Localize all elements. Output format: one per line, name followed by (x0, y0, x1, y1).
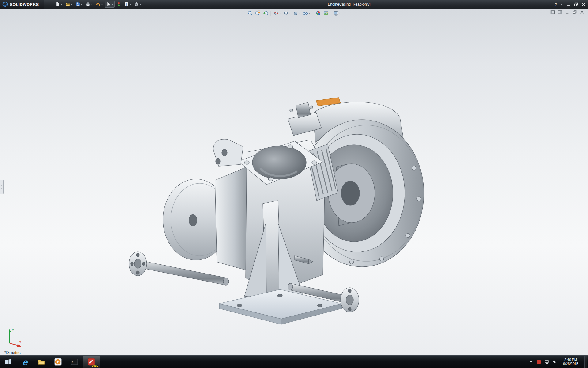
undo-button[interactable] (95, 1, 104, 7)
tray-expand-button[interactable] (529, 359, 533, 364)
print-icon (85, 2, 90, 7)
taskbar-item-internet-explorer[interactable]: e (17, 356, 33, 368)
help-button[interactable]: ? (555, 2, 557, 7)
save-button[interactable] (74, 1, 84, 7)
graphics-area[interactable]: Y X *Dimetric (0, 9, 588, 356)
clock-time: 2:40 PM (563, 358, 578, 362)
tray-icon-display[interactable] (544, 359, 549, 364)
titlebar: SOLIDWORKS (0, 0, 588, 9)
print-button[interactable] (85, 1, 94, 7)
solidworks-version-badge: 2015 (92, 364, 98, 367)
command-prompt-icon: >_ (70, 358, 79, 366)
dropdown-arrow[interactable] (130, 4, 131, 5)
system-tray: 2:40 PM 6/26/2015 (529, 356, 588, 368)
window-controls: ? (555, 0, 586, 9)
tray-icon-volume[interactable] (552, 359, 557, 364)
windows-taskbar: e >_ 2015 (0, 355, 588, 368)
select-button[interactable] (105, 1, 115, 8)
triad-y-label: Y (12, 329, 14, 332)
new-document-button[interactable] (54, 1, 63, 7)
help-dropdown-arrow[interactable] (561, 4, 563, 5)
3ds-logo-icon (2, 2, 8, 7)
maximize-button[interactable] (574, 2, 578, 6)
select-cursor-icon (106, 2, 111, 7)
orientation-triad: Y X (6, 328, 23, 348)
internet-explorer-icon: e (22, 358, 27, 366)
model-engine-casing[interactable] (0, 9, 588, 356)
dropdown-arrow[interactable] (91, 4, 93, 5)
solidworks-brand: SOLIDWORKS (0, 0, 44, 9)
save-floppy-icon (75, 2, 80, 7)
folder-icon (37, 358, 46, 366)
taskbar-clock[interactable]: 2:40 PM 6/26/2015 (560, 358, 581, 366)
taskbar-item-command-prompt[interactable]: >_ (66, 356, 83, 368)
document-title: EngineCasing [Read-only] (328, 2, 370, 6)
view-orientation-label: *Dimetric (4, 350, 21, 355)
file-properties-icon (124, 2, 129, 7)
open-button[interactable] (64, 1, 74, 7)
triad-x-label: X (19, 341, 21, 344)
new-document-icon (55, 2, 60, 7)
brand-name: SOLIDWORKS (10, 2, 39, 7)
taskbar-item-file-explorer[interactable] (33, 356, 50, 368)
taskbar-items: e >_ 2015 (0, 356, 100, 368)
taskbar-item-solidworks[interactable]: 2015 (83, 356, 100, 368)
start-button[interactable] (0, 356, 17, 368)
windows-logo-icon (4, 358, 12, 366)
close-button[interactable] (582, 2, 586, 6)
show-desktop-button[interactable] (584, 356, 587, 368)
dropdown-arrow[interactable] (81, 4, 83, 5)
taskbar-item-media-player[interactable] (50, 356, 66, 368)
file-properties-button[interactable] (123, 1, 132, 7)
task-pane-collapsed-tab[interactable] (0, 180, 4, 194)
menu-toolbar (54, 1, 142, 8)
dropdown-arrow[interactable] (61, 4, 62, 5)
clock-date: 6/26/2015 (563, 362, 578, 366)
options-gear-icon (134, 2, 139, 7)
undo-arrow-icon (96, 2, 100, 7)
dropdown-arrow[interactable] (101, 4, 103, 5)
svg-text:>_: >_ (72, 360, 75, 363)
dropdown-arrow[interactable] (71, 4, 73, 5)
rebuild-traffic-light-icon (116, 2, 121, 7)
tray-icon-solidworks[interactable] (537, 360, 541, 364)
rebuild-button[interactable] (115, 1, 122, 7)
open-folder-icon (65, 2, 70, 7)
media-player-icon (54, 358, 62, 366)
minimize-button[interactable] (566, 2, 570, 6)
dropdown-arrow[interactable] (140, 4, 141, 5)
dropdown-arrow[interactable] (111, 4, 113, 5)
options-button[interactable] (133, 1, 142, 7)
